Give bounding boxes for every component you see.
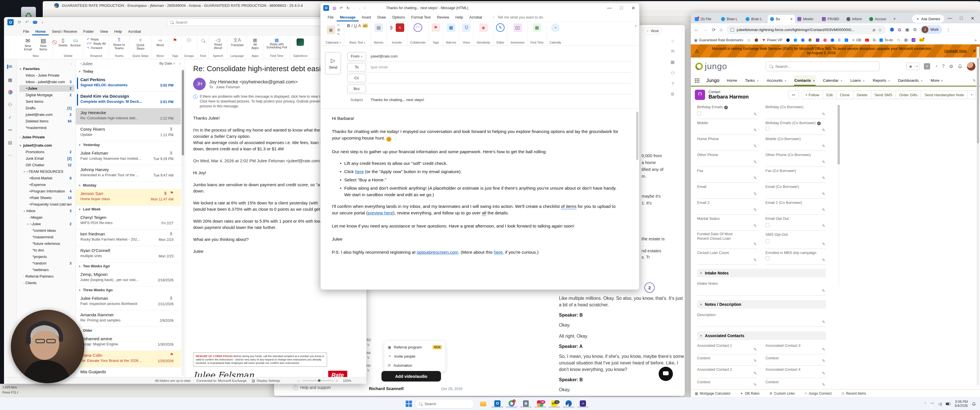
field-email-co[interactable]: Email (Co Borrower)✎ [765,183,826,199]
edit-pencil-icon[interactable]: ✎ [754,242,757,246]
field-birthday-emails-co[interactable]: Birthday Emails (Co Borrower)i✎ [765,119,826,135]
immersive-reader-icon[interactable]: ▯▯ [513,23,522,32]
tags-icon[interactable]: ⚑ [431,23,440,32]
jungo-search-box[interactable]: Search... [766,62,880,71]
bookmark-poop-icon[interactable] [755,38,758,42]
field-assoc-contact-4[interactable]: Associated Contact 4✎ [765,366,826,378]
home-icon[interactable]: ⌂ [671,38,674,43]
extension-icon[interactable] [890,28,894,32]
browser-tab[interactable]: (5) File [692,15,719,23]
edit-pencil-icon[interactable]: ✎ [754,112,757,116]
edit-pencil-icon[interactable]: ✎ [754,160,757,164]
outlook-search-box[interactable]: Search [167,19,321,26]
chrome-menu-icon[interactable]: ⋮ [946,27,951,32]
browser-scrollbar[interactable] [977,47,980,386]
edit-pencil-icon[interactable]: ✎ [822,176,825,180]
email-row[interactable]: Mia Guajardo [76,367,181,377]
folder-item[interactable]: +Frequently Used (old templates) [19,201,74,208]
adobe-link-icon[interactable]: Λ [396,23,404,32]
compose-body[interactable]: Hi Barbara! Thanks for chatting with me … [320,108,639,275]
field-context[interactable]: Context:✎ [697,354,757,366]
folder-item[interactable]: *mastermind [19,124,74,131]
bookmark-icon[interactable] [794,38,797,42]
add-video-audio-button[interactable]: Add video/audio [382,371,441,381]
follow-button[interactable]: + Follow [802,91,823,99]
dismiss-banner-icon[interactable]: ✕ [973,49,976,53]
grammarly-icon[interactable]: G [898,27,901,32]
folder-item[interactable]: GR Chatter12 [19,162,74,168]
edit-pencil-icon[interactable]: ✎ [822,160,825,164]
menu-view[interactable]: View [97,27,111,35]
attach-file-icon[interactable] [390,25,393,30]
bookmark-folder-icon[interactable]: 🗀 [747,38,751,42]
close-button[interactable]: ✕ [967,16,978,21]
nav-more[interactable]: More▾ [930,75,943,86]
bookmark-todo[interactable]: To-do [880,38,893,42]
editor-icon[interactable]: ✎ [496,23,504,32]
browser-tab[interactable]: Inform [844,15,867,23]
menu-folder[interactable]: Folder [80,27,97,35]
edit-pencil-icon[interactable]: ✎ [822,288,825,293]
org-button[interactable]: ⚯ [788,91,799,99]
grammar-suggestion[interactable]: of items [561,204,576,210]
zoom-level[interactable]: 100% [343,379,351,382]
salesforce-icon[interactable] [297,38,304,46]
translate-button[interactable]: 文A Translate [230,37,244,47]
edit-pencil-icon[interactable]: ✎ [754,224,757,228]
archive-button[interactable]: ▭ Archive [70,37,81,47]
redo-icon[interactable]: ↻ [347,6,350,10]
bcc-button[interactable]: Bcc [347,84,366,93]
util-mortgage-calculator[interactable]: ▦Mortgage Calculator [695,391,730,396]
optout-link[interactable]: optoutprescreen.com [417,250,458,254]
nav-accounts[interactable]: Accounts∨ [766,75,787,86]
nav-calendar[interactable]: Calendar∨ [822,75,843,86]
folder-item[interactable]: ∨~Julee2 [19,221,74,227]
wifi-icon[interactable]: ◠ [931,402,934,406]
edit-nav-pencil-icon[interactable]: ✎ [973,78,976,83]
taskbar-acrobat[interactable]: ci [577,400,589,407]
bookmark-icon[interactable] [823,38,827,42]
reply-button[interactable]: ↶Reply [87,37,105,41]
field-funded-date[interactable]: Funded Date Of Most Recent Closed Loan✎ [697,230,757,249]
bookmark-folder-icon[interactable]: 🗀 [897,38,900,42]
browser-tab[interactable]: Brian L [743,15,768,23]
tray-expand-icon[interactable]: ⌃ [924,402,926,406]
cut-icon[interactable]: ✂ [337,23,340,27]
folder-item[interactable]: +Expense [19,181,74,188]
edit-pencil-icon[interactable]: ✎ [822,257,825,262]
section-associated-contacts[interactable]: ∨Associated Contacts [697,331,826,340]
email-row[interactable]: Amanda RammerRe: Pricing and samples2/9/… [76,310,181,327]
to-input[interactable]: type email [371,65,387,69]
more-actions-button[interactable]: ▾ [967,91,976,99]
upgrade-now-link[interactable]: Upgrade Now. [944,49,967,53]
send-sms-button[interactable]: Send SMS [871,91,896,99]
global-actions-icon[interactable]: ＋ [924,63,930,70]
edit-pencil-icon[interactable]: ✎ [754,208,757,212]
util-custom-links[interactable]: ⚙Custom Links [770,391,795,396]
edit-pencil-icon[interactable]: ✎ [822,242,825,246]
info-icon[interactable]: i [817,122,821,125]
edit-pencil-icon[interactable]: ✎ [822,128,825,132]
folder-item[interactable]: Drafts[1] [19,105,74,111]
forward-icon[interactable]: → [703,27,708,32]
delete-button[interactable]: ▯ Delete [59,37,67,47]
folder-item[interactable]: *content ideas [19,227,74,234]
highlight-counter-badge[interactable]: 2 [644,283,655,293]
field-email2-co[interactable]: Email 2 (Co Borrower)✎ [765,199,826,215]
tell-me-box[interactable]: ♀ Tell me what you want to do [493,15,543,19]
list-group-header[interactable]: ∨Monday [76,182,181,189]
folder-item[interactable]: Inbox - Julee Private [19,72,74,79]
close-button[interactable]: ✕ [627,5,639,11]
close-tab-icon[interactable]: ✕ [790,17,793,21]
menu-options[interactable]: Options [389,13,408,21]
menu-review[interactable]: Review [434,13,452,21]
email-row-selected[interactable]: Joy HeineckeRe: Consolidate high-interes… [76,108,181,125]
email-row-flagged[interactable]: Diana ColinRe: Elevate Your Brand at the… [76,351,181,367]
folder-item[interactable]: ›Clients [19,280,74,286]
field-fax[interactable]: Fax✎ [697,167,757,183]
field-mbs-drip[interactable]: Enrolled in MBS drip campaign✎ [765,249,826,265]
edit-pencil-icon[interactable]: ✎ [754,128,757,132]
copy-icon[interactable]: ▥ [337,28,340,32]
bookmark-icon[interactable] [904,38,908,42]
message-banner[interactable]: If there are problems with how this mess… [200,94,335,99]
